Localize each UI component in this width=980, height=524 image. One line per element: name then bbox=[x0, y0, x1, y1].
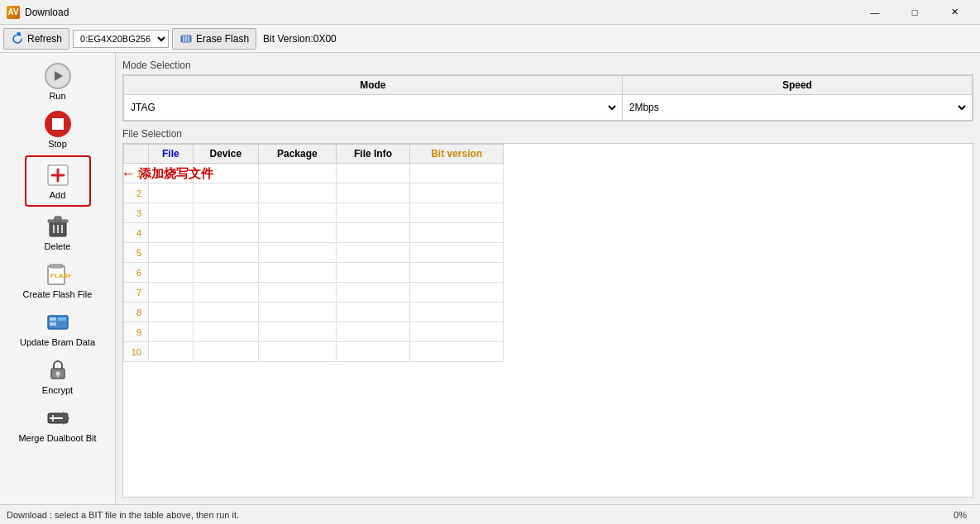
device-cell[interactable] bbox=[193, 283, 258, 302]
refresh-icon bbox=[11, 32, 24, 45]
bitver-cell[interactable] bbox=[410, 203, 504, 223]
maximize-button[interactable]: □ bbox=[896, 0, 934, 25]
sidebar-item-create-flash[interactable]: FLASH Create Flash File bbox=[3, 258, 112, 302]
row-num-cell: 3 bbox=[124, 203, 149, 223]
bitver-cell[interactable] bbox=[410, 164, 504, 183]
table-row[interactable]: 5 bbox=[124, 243, 504, 263]
device-cell[interactable] bbox=[193, 164, 258, 183]
fileinfo-cell[interactable] bbox=[336, 322, 410, 342]
file-cell[interactable] bbox=[149, 302, 194, 322]
fileinfo-cell[interactable] bbox=[336, 263, 410, 283]
mode-table: Mode Speed JTAG SPI Active SPI Passive bbox=[123, 75, 973, 121]
file-cell[interactable] bbox=[149, 203, 194, 223]
device-cell[interactable] bbox=[193, 322, 258, 342]
table-row[interactable]: 9 bbox=[124, 322, 504, 342]
create-flash-icon: FLASH bbox=[45, 261, 71, 288]
fileinfo-cell[interactable] bbox=[336, 203, 410, 223]
device-cell[interactable] bbox=[193, 223, 258, 243]
encrypt-icon bbox=[45, 357, 71, 383]
sidebar-item-delete[interactable]: Delete bbox=[3, 210, 112, 255]
package-cell[interactable] bbox=[259, 342, 337, 362]
sidebar-item-update-bram[interactable]: Update Bram Data bbox=[3, 306, 112, 350]
bitver-cell[interactable] bbox=[410, 302, 504, 322]
table-row[interactable]: 7 bbox=[124, 283, 504, 302]
fileinfo-cell[interactable] bbox=[336, 283, 410, 302]
package-cell[interactable] bbox=[259, 322, 337, 342]
file-section-label: File Selection bbox=[122, 128, 973, 140]
device-cell[interactable] bbox=[193, 203, 258, 223]
speed-col-header: Speed bbox=[622, 76, 972, 95]
package-cell[interactable] bbox=[259, 164, 337, 183]
table-row[interactable]: 4 bbox=[124, 223, 504, 243]
bitver-cell[interactable] bbox=[410, 342, 504, 362]
table-row[interactable]: 10 bbox=[124, 342, 504, 362]
sidebar-item-merge[interactable]: Merge Dualboot Bit bbox=[3, 402, 112, 446]
table-row[interactable]: 6 bbox=[124, 263, 504, 283]
device-select[interactable]: 0:EG4X20BG256 bbox=[73, 30, 169, 48]
main-layout: Run Stop Add ← bbox=[0, 53, 980, 504]
file-cell[interactable] bbox=[149, 164, 194, 183]
table-row[interactable]: 8 bbox=[124, 302, 504, 322]
device-cell[interactable] bbox=[193, 302, 258, 322]
window-title: Download bbox=[25, 7, 856, 18]
row-num-cell: 5 bbox=[124, 243, 149, 263]
fileinfo-cell[interactable] bbox=[336, 164, 410, 183]
device-cell[interactable] bbox=[193, 263, 258, 283]
fileinfo-cell[interactable] bbox=[336, 302, 410, 322]
file-cell[interactable] bbox=[149, 322, 194, 342]
device-cell[interactable] bbox=[193, 243, 258, 263]
refresh-button[interactable]: Refresh bbox=[3, 28, 69, 50]
mode-cell[interactable]: JTAG SPI Active SPI Passive bbox=[124, 95, 623, 121]
close-button[interactable]: ✕ bbox=[935, 0, 973, 25]
bitver-cell[interactable] bbox=[410, 243, 504, 263]
device-cell[interactable] bbox=[193, 342, 258, 362]
mode-select[interactable]: JTAG SPI Active SPI Passive bbox=[127, 98, 619, 117]
minimize-button[interactable]: — bbox=[856, 0, 894, 25]
file-cell[interactable] bbox=[149, 223, 194, 243]
bitver-cell[interactable] bbox=[410, 263, 504, 283]
merge-label: Merge Dualboot Bit bbox=[18, 433, 96, 443]
title-bar: AV Download — □ ✕ bbox=[0, 0, 980, 25]
status-progress: 0% bbox=[954, 510, 967, 520]
sidebar-item-encrypt[interactable]: Encrypt bbox=[3, 354, 112, 398]
package-cell[interactable] bbox=[259, 283, 337, 302]
file-cell[interactable] bbox=[149, 342, 194, 362]
speed-cell[interactable]: 2Mbps 4Mbps 8Mbps bbox=[622, 95, 972, 121]
sidebar-item-stop[interactable]: Stop bbox=[3, 107, 112, 152]
table-row[interactable]: 2 bbox=[124, 183, 504, 203]
file-cell[interactable] bbox=[149, 243, 194, 263]
speed-select[interactable]: 2Mbps 4Mbps 8Mbps bbox=[626, 98, 968, 117]
package-cell[interactable] bbox=[259, 263, 337, 283]
row-num-cell: 6 bbox=[124, 263, 149, 283]
file-cell[interactable] bbox=[149, 263, 194, 283]
svg-marker-4 bbox=[55, 71, 63, 81]
package-cell[interactable] bbox=[259, 302, 337, 322]
fileinfo-cell[interactable] bbox=[336, 342, 410, 362]
add-button-container: Add ← 添加烧写文件 bbox=[3, 155, 112, 207]
fileinfo-cell[interactable] bbox=[336, 223, 410, 243]
package-cell[interactable] bbox=[259, 243, 337, 263]
run-icon bbox=[45, 63, 71, 89]
mode-section-label: Mode Selection bbox=[122, 60, 973, 71]
fileinfo-col-header: File Info bbox=[336, 145, 410, 164]
merge-icon bbox=[45, 405, 71, 431]
status-message: Download : select a BIT file in the tabl… bbox=[7, 510, 239, 520]
package-cell[interactable] bbox=[259, 203, 337, 223]
sidebar-item-add[interactable]: Add bbox=[28, 159, 88, 203]
bitver-cell[interactable] bbox=[410, 223, 504, 243]
file-cell[interactable] bbox=[149, 283, 194, 302]
table-row[interactable]: 1 bbox=[124, 164, 504, 183]
fileinfo-cell[interactable] bbox=[336, 243, 410, 263]
file-cell[interactable] bbox=[149, 183, 194, 203]
fileinfo-cell[interactable] bbox=[336, 183, 410, 203]
bitver-cell[interactable] bbox=[410, 322, 504, 342]
device-cell[interactable] bbox=[193, 183, 258, 203]
package-cell[interactable] bbox=[259, 183, 337, 203]
sidebar-item-run[interactable]: Run bbox=[3, 60, 112, 104]
bitver-cell[interactable] bbox=[410, 283, 504, 302]
bitver-cell[interactable] bbox=[410, 183, 504, 203]
table-row[interactable]: 3 bbox=[124, 203, 504, 223]
package-cell[interactable] bbox=[259, 223, 337, 243]
stop-square bbox=[52, 118, 64, 130]
erase-flash-button[interactable]: Erase Flash bbox=[172, 28, 256, 50]
